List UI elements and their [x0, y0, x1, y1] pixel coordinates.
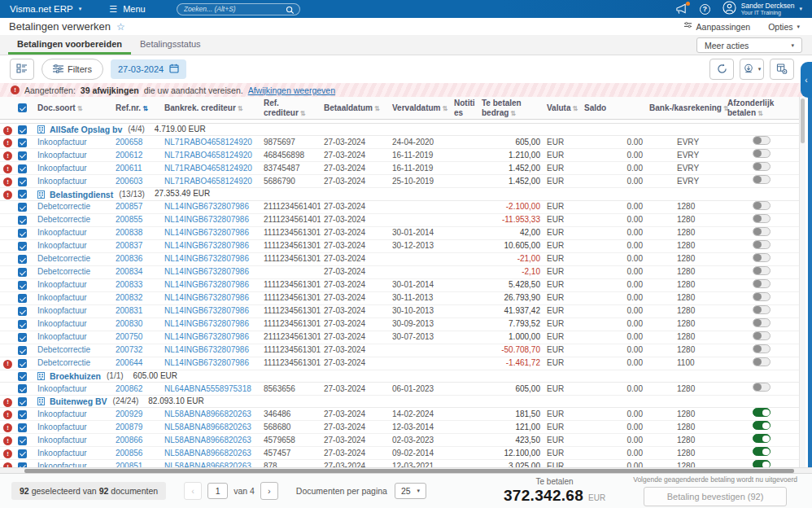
doc-soort-link[interactable]: Inkoopfactuur	[34, 239, 112, 252]
doc-soort-link[interactable]: Inkoopfactuur	[34, 460, 112, 467]
bankrek-crediteur-link[interactable]: NL14INGB6732807986	[161, 278, 260, 291]
bankrek-crediteur-link[interactable]: NL14INGB6732807986	[161, 291, 260, 304]
group-name[interactable]: AllSafe Opslag bv	[50, 125, 122, 134]
doc-soort-link[interactable]: Inkoopfactuur	[34, 383, 112, 396]
afzonderlijk-betalen-toggle[interactable]	[753, 149, 771, 158]
doc-soort-link[interactable]: Inkoopfactuur	[34, 136, 112, 149]
brand-menu[interactable]: Visma.net ERP ▾	[0, 4, 91, 14]
bankrek-crediteur-link[interactable]: NL14INGB6732807986	[161, 252, 260, 265]
bankrek-crediteur-link[interactable]: NL14INGB6732807986	[161, 265, 260, 278]
bankrek-crediteur-link[interactable]: NL71RABO4658124920	[161, 149, 260, 162]
row-checkbox[interactable]	[18, 320, 27, 329]
row-checkbox[interactable]	[18, 359, 27, 368]
column-header-doc-soort[interactable]: Doc.soort⇅	[34, 97, 112, 120]
column-header-ref-nr[interactable]: Ref.nr.⇅	[112, 97, 161, 120]
column-header-saldo[interactable]: Saldo	[581, 97, 646, 120]
bankrek-crediteur-link[interactable]: NL14INGB6732807986	[161, 318, 260, 331]
doc-soort-link[interactable]: Inkoopfactuur	[34, 304, 112, 318]
afzonderlijk-betalen-toggle[interactable]	[753, 408, 771, 417]
ref-nr-link[interactable]: 200851	[112, 460, 161, 467]
sort-icon[interactable]: ⇅	[238, 105, 243, 112]
ref-nr-link[interactable]: 200836	[112, 252, 161, 265]
group-row[interactable]: Broekhuizen(1/1)605.00 EUR	[0, 370, 799, 382]
column-header-bankrek-crediteur[interactable]: Bankrek. crediteur⇅	[161, 97, 260, 120]
horizontal-scrollbar[interactable]	[0, 467, 812, 473]
afzonderlijk-betalen-toggle[interactable]	[753, 227, 771, 236]
ref-nr-link[interactable]: 200866	[112, 434, 161, 447]
ref-nr-link[interactable]: 200855	[112, 213, 161, 226]
row-checkbox[interactable]	[18, 203, 27, 212]
column-header-te-betalen-bedrag[interactable]: Te betalen bedrag⇅	[478, 97, 544, 120]
afzonderlijk-betalen-toggle[interactable]	[753, 136, 771, 145]
afzonderlijk-betalen-toggle[interactable]	[753, 279, 771, 288]
afzonderlijk-betalen-toggle[interactable]	[753, 253, 771, 262]
afzonderlijk-betalen-toggle[interactable]	[753, 266, 771, 275]
afzonderlijk-betalen-toggle[interactable]	[753, 201, 771, 210]
refresh-button[interactable]	[709, 59, 734, 80]
doc-soort-link[interactable]: Debetcorrectie	[34, 357, 112, 370]
afzonderlijk-betalen-toggle[interactable]	[753, 357, 771, 366]
bankrek-crediteur-link[interactable]: NL14INGB6732807986	[161, 304, 260, 318]
search-input[interactable]	[184, 5, 283, 13]
per-page-select[interactable]: 25 ▾	[395, 483, 426, 499]
bankrek-crediteur-link[interactable]: NL58ABNA8966820263	[161, 447, 260, 460]
sort-icon[interactable]: ⇅	[510, 110, 516, 117]
row-checkbox[interactable]	[18, 216, 27, 225]
bankrek-crediteur-link[interactable]: NL71RABO4658124920	[161, 136, 260, 149]
doc-soort-link[interactable]: Inkoopfactuur	[34, 149, 112, 162]
column-header-ref-crediteur[interactable]: Ref. crediteur⇅	[260, 97, 321, 120]
afzonderlijk-betalen-toggle[interactable]	[753, 162, 771, 171]
options-button[interactable]: Opties ▾	[768, 22, 800, 32]
bankrek-crediteur-link[interactable]: NL14INGB6732807986	[161, 226, 260, 239]
row-checkbox[interactable]	[18, 346, 27, 355]
afzonderlijk-betalen-toggle[interactable]	[753, 305, 771, 314]
row-checkbox[interactable]	[18, 151, 27, 160]
customize-button[interactable]: Aanpassingen	[683, 21, 751, 32]
bankrek-crediteur-link[interactable]: NL14INGB6732807986	[161, 239, 260, 252]
afzonderlijk-betalen-toggle[interactable]	[753, 383, 771, 392]
confirm-payment-button[interactable]: Betaling bevestigen (92)	[644, 487, 788, 506]
row-checkbox[interactable]	[18, 268, 27, 277]
group-checkbox[interactable]	[18, 372, 27, 381]
bankrek-crediteur-link[interactable]: NL58ABNA8966820263	[161, 434, 260, 447]
collapse-panel-tab[interactable]: ‹	[801, 62, 812, 98]
doc-soort-link[interactable]: Inkoopfactuur	[34, 434, 112, 447]
group-name[interactable]: Buitenweg BV	[50, 396, 107, 406]
help-icon[interactable]: ?	[700, 4, 710, 15]
doc-soort-link[interactable]: Debetcorrectie	[34, 200, 112, 213]
ref-nr-link[interactable]: 200832	[112, 291, 161, 304]
ref-nr-link[interactable]: 200658	[112, 136, 161, 149]
bankrek-crediteur-link[interactable]: NL58ABNA8966820263	[161, 408, 260, 421]
afzonderlijk-betalen-toggle[interactable]	[753, 318, 771, 327]
layout-settings-button[interactable]	[10, 59, 34, 80]
doc-soort-link[interactable]: Inkoopfactuur	[34, 175, 112, 188]
column-header-valuta[interactable]: Valuta⇅	[544, 97, 581, 120]
show-deviations-link[interactable]: Afwijkingen weergeven	[248, 85, 335, 95]
payment-date-filter[interactable]: 27-03-2024	[111, 59, 186, 79]
doc-soort-link[interactable]: Inkoopfactuur	[34, 421, 112, 434]
afzonderlijk-betalen-toggle[interactable]	[753, 292, 771, 301]
filters-button[interactable]: Filters	[41, 59, 103, 80]
doc-soort-link[interactable]: Inkoopfactuur	[34, 331, 112, 344]
column-header-betaaldatum[interactable]: Betaaldatum⇅	[321, 97, 389, 120]
bankrek-crediteur-link[interactable]: NL58ABNA8966820263	[161, 460, 260, 467]
sort-icon[interactable]: ⇅	[572, 105, 578, 112]
bankrek-crediteur-link[interactable]: NL64ABNA5558975318	[161, 383, 260, 396]
column-header-notities[interactable]: Notities	[451, 97, 478, 120]
doc-soort-link[interactable]: Debetcorrectie	[34, 344, 112, 357]
group-checkbox[interactable]	[18, 190, 27, 199]
ref-nr-link[interactable]: 200929	[112, 408, 161, 421]
doc-soort-link[interactable]: Inkoopfactuur	[34, 226, 112, 239]
ref-nr-link[interactable]: 200837	[112, 239, 161, 252]
tab-betalingsstatus[interactable]: Betalingsstatus	[131, 35, 210, 55]
main-menu-button[interactable]: ☰ Menu	[109, 4, 145, 15]
ref-nr-link[interactable]: 200834	[112, 265, 161, 278]
group-name[interactable]: Belastingdienst	[50, 190, 113, 199]
user-menu[interactable]: Sander Dercksen Your IT Training ▾	[723, 1, 802, 18]
row-checkbox[interactable]	[18, 307, 27, 316]
ref-nr-link[interactable]: 200879	[112, 421, 161, 434]
afzonderlijk-betalen-toggle[interactable]	[753, 344, 771, 353]
ref-nr-link[interactable]: 200603	[112, 175, 161, 188]
doc-soort-link[interactable]: Debetcorrectie	[34, 252, 112, 265]
row-checkbox[interactable]	[18, 177, 27, 186]
